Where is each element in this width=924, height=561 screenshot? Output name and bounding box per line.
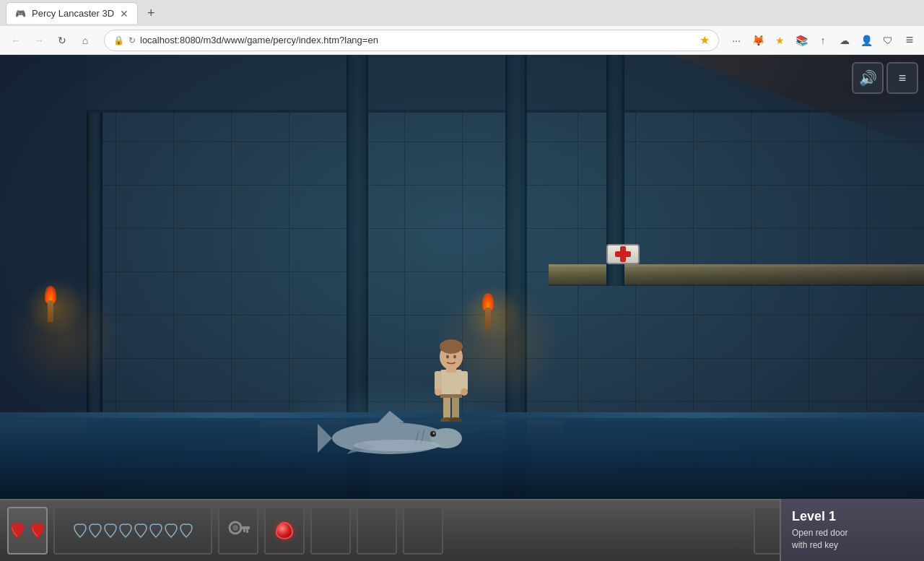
svg-point-10 (449, 417, 462, 422)
water-drop-8 (180, 523, 193, 539)
water-drop-2 (89, 523, 102, 539)
svg-point-3 (433, 432, 435, 435)
game-area: 🔊 ≡ (0, 55, 924, 561)
water-drop-6 (149, 523, 162, 539)
svg-rect-26 (243, 529, 245, 532)
level-info-panel: Level 1 Open red door with red key (780, 499, 924, 561)
shield-icon[interactable]: 🛡 (879, 32, 897, 49)
level-title: Level 1 (792, 509, 913, 524)
tab-favicon: 🎮 (15, 9, 26, 19)
level-objective-line1: Open red door (792, 527, 913, 539)
svg-point-19 (440, 339, 463, 354)
account-icon[interactable]: 👤 (858, 32, 875, 49)
active-tab[interactable]: 🎮 Percy Lancaster 3D ✕ (6, 2, 138, 24)
tab-close-button[interactable]: ✕ (120, 8, 128, 19)
svg-point-15 (435, 388, 442, 396)
nav-bar: ← → ↻ ⌂ 🔒 ↻ localhost:8080/m3d/www/game/… (0, 26, 924, 55)
svg-rect-11 (440, 370, 462, 397)
security-icon: 🔒 (113, 35, 124, 45)
torch-left-body (48, 300, 53, 322)
key-icon (227, 519, 250, 542)
url-text: localhost:8080/m3d/www/game/percy/index.… (140, 35, 695, 45)
cloud-icon[interactable]: ☁ (836, 32, 853, 49)
torch-center (485, 308, 491, 336)
browser-chrome: 🎮 Percy Lancaster 3D ✕ + ← → ↻ ⌂ 🔒 ↻ loc… (0, 0, 924, 55)
svg-point-16 (461, 388, 468, 396)
game-menu-button[interactable]: ≡ (886, 62, 918, 94)
hud-slot-empty-2 (357, 507, 397, 555)
svg-rect-12 (440, 394, 462, 398)
svg-rect-13 (435, 371, 442, 391)
sound-icon: 🔊 (859, 69, 877, 87)
svg-point-20 (446, 355, 449, 359)
star-icon[interactable]: ★ (699, 33, 710, 47)
hud-slot-empty-3 (403, 507, 443, 555)
library-icon[interactable]: 📚 (793, 32, 810, 49)
medkit-box (606, 244, 640, 264)
forward-button[interactable]: → (29, 30, 49, 51)
water-drop-5 (134, 523, 147, 539)
hud-slot-water (53, 507, 212, 555)
home-button[interactable]: ⌂ (75, 30, 95, 51)
medkit-cross-v (620, 246, 626, 262)
hud-slot-empty-1 (310, 507, 351, 555)
level-objective-line2: with red key (792, 539, 913, 552)
water-drop-4 (119, 523, 132, 539)
health-drop-1 (9, 521, 25, 541)
character-percy (433, 335, 469, 422)
address-bar[interactable]: 🔒 ↻ localhost:8080/m3d/www/game/percy/in… (104, 30, 719, 51)
bookmark-icon[interactable]: ★ (771, 32, 788, 49)
refresh-inline-icon: ↻ (128, 35, 136, 45)
more-button[interactable]: ··· (728, 32, 745, 49)
character-svg (433, 335, 469, 422)
refresh-button[interactable]: ↻ (52, 30, 72, 51)
hud-slot-key (218, 507, 258, 555)
hud-slot-health (7, 507, 48, 555)
water-area (0, 412, 924, 499)
menu-button[interactable]: ≡ (901, 32, 918, 49)
torch-left (48, 300, 53, 329)
svg-rect-25 (246, 529, 248, 533)
svg-rect-24 (240, 526, 250, 529)
nav-right-controls: ··· 🦊 ★ 📚 ↑ ☁ 👤 🛡 ≡ (728, 32, 918, 49)
water-drop-7 (165, 523, 178, 539)
red-gem-item (276, 522, 293, 539)
svg-rect-14 (461, 371, 468, 391)
back-button[interactable]: ← (6, 30, 26, 51)
svg-point-21 (453, 355, 456, 359)
hud-bar: Level 1 Open red door with red key (0, 499, 924, 561)
water-drop-1 (74, 523, 87, 539)
sound-button[interactable]: 🔊 (852, 62, 884, 94)
svg-point-23 (232, 525, 238, 531)
hud-slot-red-gem (264, 507, 305, 555)
svg-point-6 (354, 440, 440, 451)
pocket-icon[interactable]: 🦊 (749, 32, 767, 49)
right-shelf-platform (549, 264, 924, 286)
torch-center-body (485, 308, 491, 329)
tab-bar: 🎮 Percy Lancaster 3D ✕ + (0, 0, 924, 26)
synced-icon[interactable]: ↑ (814, 32, 832, 49)
water-drop-3 (104, 523, 117, 539)
tab-title: Percy Lancaster 3D (32, 8, 114, 19)
health-drop-2 (30, 521, 45, 541)
medkit-item (606, 244, 642, 266)
new-tab-button[interactable]: + (141, 3, 161, 23)
menu-icon: ≡ (899, 71, 907, 86)
